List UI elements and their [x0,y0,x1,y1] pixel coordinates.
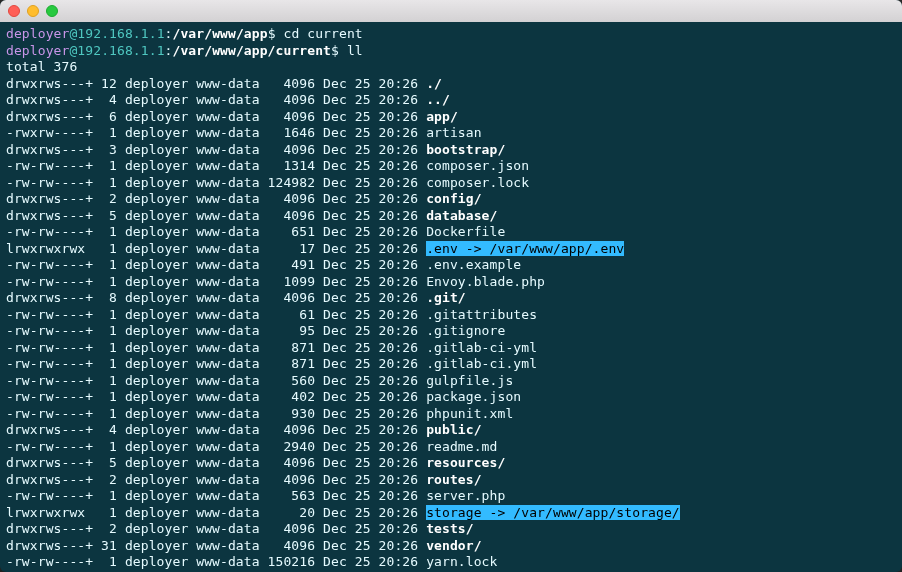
zoom-icon[interactable] [46,5,58,17]
ls-row: drwxrws---+ 2 deployer www-data 4096 Dec… [6,472,896,489]
ls-row: drwxrws---+ 8 deployer www-data 4096 Dec… [6,290,896,307]
prompt-host: 192.168.1.1 [77,26,164,41]
ls-row: -rw-rw----+ 1 deployer www-data 61 Dec 2… [6,307,896,324]
file-name: gulpfile.js [426,373,513,388]
file-name-dir: tests/ [426,521,474,536]
file-name-dir: public/ [426,422,482,437]
file-name-dir: vendor/ [426,538,482,553]
ls-row: -rw-rw----+ 1 deployer www-data 930 Dec … [6,406,896,423]
ls-row: -rw-rw----+ 1 deployer www-data 563 Dec … [6,488,896,505]
ls-row: drwxrws---+ 4 deployer www-data 4096 Dec… [6,92,896,109]
file-name: .gitattributes [426,307,537,322]
file-name: Envoy.blade.php [426,274,545,289]
ls-row: -rw-rw----+ 1 deployer www-data 560 Dec … [6,373,896,390]
ls-row: drwxrws---+ 3 deployer www-data 4096 Dec… [6,142,896,159]
ls-row: drwxrws---+ 31 deployer www-data 4096 De… [6,538,896,555]
prompt-user: deployer [6,26,69,41]
ls-row: -rw-rw----+ 1 deployer www-data 1314 Dec… [6,158,896,175]
ls-row: drwxrws---+ 2 deployer www-data 4096 Dec… [6,191,896,208]
ls-row: -rw-rw----+ 1 deployer www-data 491 Dec … [6,257,896,274]
terminal-body[interactable]: deployer@192.168.1.1:/var/www/app$ cd cu… [0,22,902,572]
prompt-dollar: $ [331,43,339,58]
ls-row: drwxrws---+ 4 deployer www-data 4096 Dec… [6,422,896,439]
file-name-symlink: storage -> /var/www/app/storage/ [426,505,680,520]
terminal-window: deployer@192.168.1.1:/var/www/app$ cd cu… [0,0,902,572]
prompt-path: /var/www/app/current [173,43,332,58]
file-name: Dockerfile [426,224,505,239]
ls-row: drwxrws---+ 12 deployer www-data 4096 De… [6,76,896,93]
minimize-icon[interactable] [27,5,39,17]
file-name: composer.lock [426,175,529,190]
ls-row: drwxrws---+ 5 deployer www-data 4096 Dec… [6,455,896,472]
file-name-dir: ./ [426,76,442,91]
file-name-dir: database/ [426,208,497,223]
ls-row: -rw-rw----+ 1 deployer www-data 871 Dec … [6,340,896,357]
file-name: .gitignore [426,323,505,338]
ls-row: drwxrws---+ 6 deployer www-data 4096 Dec… [6,109,896,126]
ls-row: -rw-rw----+ 1 deployer www-data 124982 D… [6,175,896,192]
ls-row: lrwxrwxrwx 1 deployer www-data 17 Dec 25… [6,241,896,258]
file-name-dir: ../ [426,92,450,107]
prompt-sep: : [165,26,173,41]
ls-row: -rw-rw----+ 1 deployer www-data 871 Dec … [6,356,896,373]
ls-row: -rw-rw----+ 1 deployer www-data 2940 Dec… [6,439,896,456]
command-text: ll [339,43,363,58]
prompt-dollar: $ [268,26,276,41]
prompt-path: /var/www/app [173,26,268,41]
ls-row: -rw-rw----+ 1 deployer www-data 651 Dec … [6,224,896,241]
file-name: .env.example [426,257,521,272]
file-name: yarn.lock [426,554,497,569]
close-icon[interactable] [8,5,20,17]
file-name: .gitlab-ci.yml [426,356,537,371]
file-name-dir: bootstrap/ [426,142,505,157]
file-name-dir: resources/ [426,455,505,470]
ls-row: -rw-rw----+ 1 deployer www-data 95 Dec 2… [6,323,896,340]
file-name: composer.json [426,158,529,173]
file-name: server.php [426,488,505,503]
file-name-dir: config/ [426,191,482,206]
command-text: cd current [276,26,363,41]
file-name-dir: .git/ [426,290,466,305]
file-name: package.json [426,389,521,404]
file-name: readme.md [426,439,497,454]
ls-row: drwxrws---+ 5 deployer www-data 4096 Dec… [6,208,896,225]
ls-row: -rw-rw----+ 1 deployer www-data 402 Dec … [6,389,896,406]
ls-row: lrwxrwxrwx 1 deployer www-data 20 Dec 25… [6,505,896,522]
file-name-dir: app/ [426,109,458,124]
ls-row: drwxrws---+ 2 deployer www-data 4096 Dec… [6,521,896,538]
file-name: .gitlab-ci-yml [426,340,537,355]
file-name-symlink: .env -> /var/www/app/.env [426,241,624,256]
prompt-user: deployer [6,43,69,58]
file-name: phpunit.xml [426,406,513,421]
ls-row: -rwxrw----+ 1 deployer www-data 1646 Dec… [6,125,896,142]
ls-row: -rw-rw----+ 1 deployer www-data 1099 Dec… [6,274,896,291]
file-name-dir: routes/ [426,472,482,487]
prompt-sep: : [165,43,173,58]
window-titlebar [0,0,902,22]
prompt-host: 192.168.1.1 [77,43,164,58]
ls-row: -rw-rw----+ 1 deployer www-data 150216 D… [6,554,896,571]
file-name: artisan [426,125,482,140]
total-line: total 376 [6,59,896,76]
